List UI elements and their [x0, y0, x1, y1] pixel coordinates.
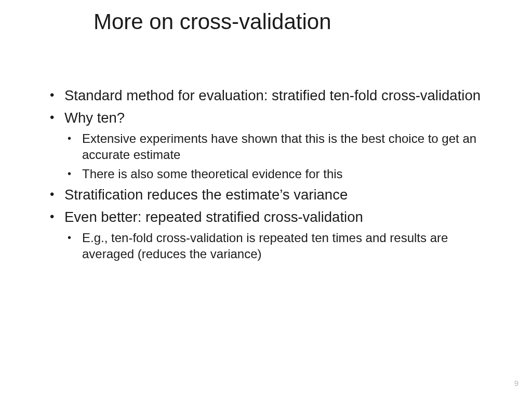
bullet-item: Stratification reduces the estimate’s va… [46, 185, 501, 204]
slide-title: More on cross-validation [94, 9, 331, 34]
sub-bullet-item: E.g., ten-fold cross-validation is repea… [63, 230, 501, 262]
bullet-item: Why ten? [46, 109, 501, 127]
bullet-item: Even better: repeated stratified cross-v… [46, 208, 501, 226]
slide-content: Standard method for evaluation: stratifi… [46, 86, 501, 265]
page-number: 9 [514, 379, 518, 388]
sub-bullet-item: There is also some theoretical evidence … [63, 166, 501, 182]
bullet-item: Standard method for evaluation: stratifi… [46, 86, 501, 104]
slide: More on cross-validation Standard method… [0, 0, 532, 399]
bullet-list: Standard method for evaluation: stratifi… [46, 86, 501, 262]
sub-bullet-item: Extensive experiments have shown that th… [63, 131, 501, 163]
